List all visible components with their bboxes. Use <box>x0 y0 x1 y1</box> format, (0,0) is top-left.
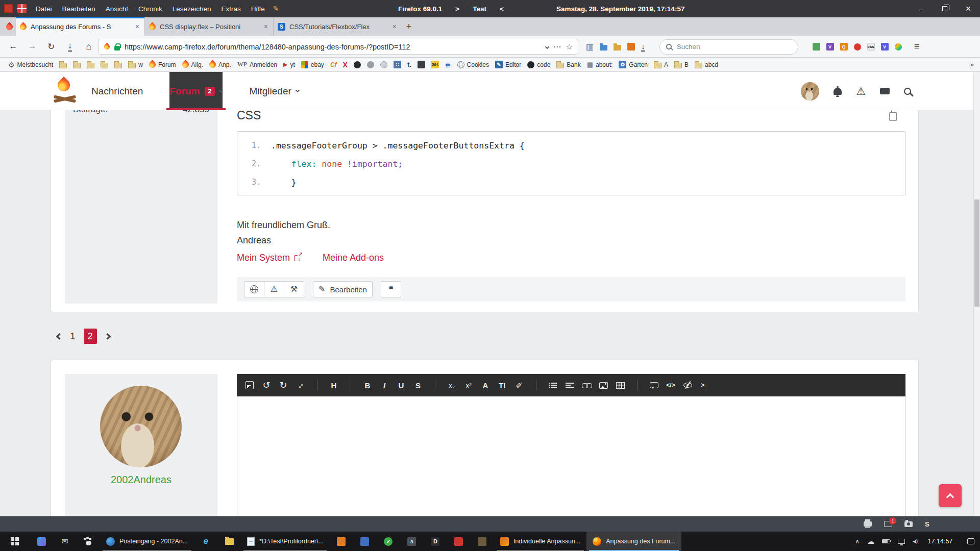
bookmark-item[interactable]: Bank <box>556 61 580 68</box>
folder-open-icon[interactable] <box>614 45 621 51</box>
maximize-icon[interactable]: ↔ <box>293 378 307 392</box>
camera-icon[interactable] <box>904 521 913 527</box>
bookmark-item[interactable]: abcd <box>695 61 718 68</box>
bookmark-item[interactable]: ▶ yt <box>283 61 295 68</box>
page-actions-icon[interactable]: ⋯ <box>553 42 561 52</box>
text-size-icon[interactable]: T! <box>496 378 509 392</box>
editor-text-area[interactable] <box>237 396 905 516</box>
hide-icon[interactable] <box>681 378 694 392</box>
quickjava-icon[interactable]: Q <box>840 43 848 51</box>
scroll-to-top-button[interactable] <box>939 484 962 507</box>
superscript-icon[interactable]: x² <box>462 378 475 392</box>
bookmark-item[interactable]: X <box>343 61 348 69</box>
clock[interactable]: 17:14:57 <box>925 538 955 545</box>
menubar-item[interactable]: Bearbeiten <box>57 3 101 15</box>
bookmark-star-icon[interactable]: ☆ <box>566 42 573 52</box>
d-app-icon[interactable]: D <box>424 532 447 551</box>
bookmark-item[interactable] <box>354 61 361 68</box>
list-icon[interactable] <box>546 378 559 392</box>
close-window-button[interactable]: × <box>957 0 980 17</box>
nav-mitglieder[interactable]: Mitglieder <box>249 72 299 110</box>
adblock-icon[interactable] <box>854 43 861 51</box>
menu-hamburger-icon[interactable]: ≡ <box>914 41 920 52</box>
image-icon[interactable] <box>597 378 610 392</box>
battery-icon[interactable] <box>882 539 890 543</box>
task-notepad[interactable]: *D:\Test\Profilordner\... <box>241 532 330 551</box>
search-bar[interactable] <box>659 39 798 55</box>
app-red-icon-2[interactable] <box>17 4 27 13</box>
task-firefox[interactable]: Anpassung des Forum... <box>586 532 681 551</box>
paw-app-icon[interactable] <box>77 532 100 551</box>
separator[interactable] <box>310 378 324 392</box>
bookmark-item[interactable] <box>367 61 374 68</box>
format-brush-icon[interactable]: ✐ <box>512 378 526 392</box>
blue-app-icon[interactable] <box>353 532 377 551</box>
copy-code-button[interactable] <box>891 111 892 120</box>
subscript-icon[interactable]: x₂ <box>445 378 458 392</box>
bookmark-item[interactable]: w <box>128 61 143 68</box>
download-icon[interactable]: ↓ <box>641 42 645 52</box>
pencil-extension-icon[interactable]: ✎ <box>273 5 279 13</box>
reply-username[interactable]: 2002Andreas <box>65 474 217 486</box>
tray-expand-icon[interactable]: ∧ <box>855 538 860 545</box>
https-lock-icon[interactable] <box>114 46 120 51</box>
bookmark-item[interactable]: Cf <box>330 61 337 68</box>
redo-icon[interactable]: ↻ <box>277 378 290 392</box>
addon-square-icon[interactable] <box>627 43 635 51</box>
close-tab-icon[interactable]: × <box>134 22 140 31</box>
bookmark-item[interactable] <box>380 61 387 68</box>
network-icon[interactable] <box>898 539 905 544</box>
orange-app-icon[interactable] <box>330 532 353 551</box>
page-2-current[interactable]: 2 <box>84 329 97 344</box>
notifications-bell-icon[interactable] <box>834 88 842 95</box>
bookmark-item[interactable]: Cookies <box>457 61 489 68</box>
terminal-icon[interactable]: >_ <box>698 378 711 392</box>
antivirus-icon[interactable]: ✓ <box>377 532 400 551</box>
bookmark-item[interactable]: Forum <box>149 61 176 68</box>
pinned-tab-flame-icon[interactable] <box>5 22 14 31</box>
conversations-icon[interactable] <box>880 88 890 94</box>
extension-v-blue-icon[interactable]: V <box>881 43 889 51</box>
tab-css-display-flex[interactable]: CSS display:flex – Positioni × <box>144 17 273 36</box>
task-individuelle[interactable]: Individuelle Anpassun... <box>494 532 586 551</box>
brown-app-icon[interactable] <box>471 532 494 551</box>
close-tab-icon[interactable]: × <box>391 22 398 31</box>
url-text[interactable]: https://www.camp-firefox.de/forum/thema/… <box>125 43 541 51</box>
html-source-icon[interactable] <box>243 378 256 392</box>
italic-icon[interactable]: I <box>378 378 391 392</box>
search-input[interactable] <box>676 42 792 51</box>
heading-icon[interactable]: H <box>327 378 340 392</box>
printer-icon[interactable] <box>864 521 872 527</box>
tray-inbox-icon[interactable]: 1 <box>884 521 892 527</box>
home-button[interactable]: ⌂ <box>81 38 97 55</box>
bookmark-item[interactable]: ∷ <box>394 61 401 68</box>
link-icon[interactable] <box>580 378 593 392</box>
code-icon[interactable]: </> <box>664 378 677 392</box>
bookmark-item[interactable] <box>101 61 108 68</box>
css-badge-icon[interactable]: css <box>867 43 875 51</box>
menubar-item[interactable]: Lesezeichen <box>167 3 216 15</box>
separator[interactable] <box>529 378 543 392</box>
nav-nachrichten[interactable]: Nachrichten <box>91 72 143 110</box>
new-tab-button[interactable]: + <box>402 19 416 34</box>
bookmark-item[interactable] <box>59 61 67 68</box>
sidebar-toggle-icon[interactable]: ▥ <box>586 42 594 52</box>
underline-icon[interactable]: U <box>395 378 408 392</box>
restore-button[interactable] <box>933 0 957 17</box>
folder-app-icon[interactable] <box>217 532 241 551</box>
red-app-icon[interactable] <box>447 532 471 551</box>
next-page-icon[interactable] <box>104 333 111 340</box>
previous-page-icon[interactable] <box>56 333 63 340</box>
tab-selfhtml-flexbox[interactable]: S CSS/Tutorials/Flexbox/Flex × <box>273 17 402 36</box>
extension-green-icon[interactable] <box>813 43 820 51</box>
language-globe-button[interactable] <box>244 281 264 297</box>
task-posteingang[interactable]: Posteingang - 2002An... <box>100 532 194 551</box>
bookmark-item[interactable] <box>114 61 122 68</box>
bookmark-item[interactable]: code <box>527 61 550 68</box>
multicolor-extension-icon[interactable] <box>895 43 902 51</box>
user-avatar[interactable] <box>801 82 819 101</box>
bookmark-item[interactable]: ✎ Editor <box>495 61 521 68</box>
bookmark-item[interactable] <box>418 61 425 68</box>
report-button[interactable]: ⚠ <box>264 281 284 297</box>
camp-firefox-logo[interactable] <box>53 78 77 104</box>
